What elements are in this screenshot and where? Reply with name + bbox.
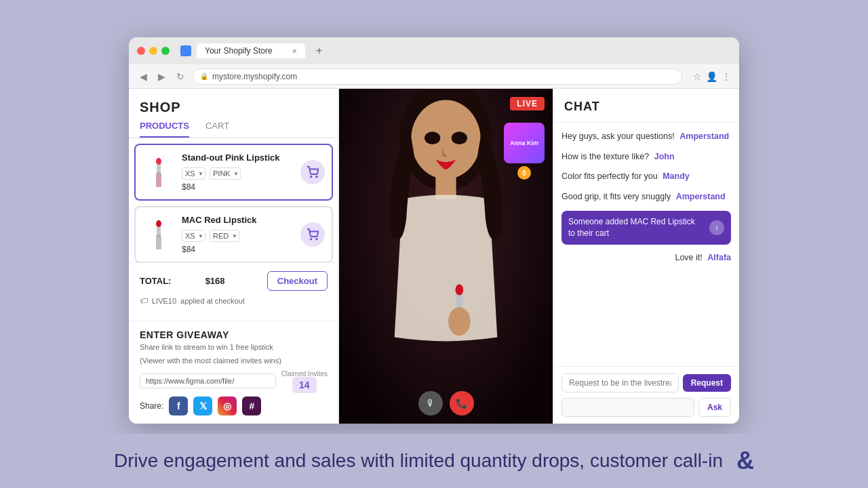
request-input[interactable] xyxy=(561,373,679,392)
host-badge: 0 xyxy=(517,166,531,180)
love-text: Love it! xyxy=(675,253,702,262)
ask-row: Ask xyxy=(561,398,731,417)
shop-tabs: PRODUCTS CART xyxy=(129,115,338,138)
chat-message-2: How is the texture like? John xyxy=(561,151,731,163)
video-panel: LIVE Anna Kim 0 🎙 📞 xyxy=(339,89,553,424)
page-content: SHOP PRODUCTS CART xyxy=(129,89,739,424)
reload-button[interactable]: ↻ xyxy=(174,70,187,83)
chat-title: CHAT xyxy=(553,89,739,123)
svg-point-2 xyxy=(156,158,161,165)
request-row: Request xyxy=(561,373,731,392)
chat-msg-text-3: Color fits perfectly for you xyxy=(561,171,658,181)
bottom-bar: Drive engagement and sales with limited … xyxy=(0,434,868,488)
browser-tab[interactable]: Your Shopify Store ✕ xyxy=(197,43,305,58)
discount-icon: 🏷 xyxy=(140,296,148,306)
url-bar[interactable]: 🔒 mystore.myshopify.com xyxy=(193,68,682,85)
svg-point-8 xyxy=(156,220,161,227)
end-call-button[interactable]: 📞 xyxy=(450,391,474,415)
product-name-2: MAC Red Lipstick xyxy=(182,215,294,225)
chat-messages: Hey guys, ask your questions! Amperstand… xyxy=(553,123,739,366)
lock-icon: 🔒 xyxy=(200,73,208,80)
color-select-1[interactable]: PINK xyxy=(210,167,241,180)
tab-close-icon[interactable]: ✕ xyxy=(292,47,297,55)
total-label: TOTAL: xyxy=(140,276,171,286)
slack-icon[interactable]: # xyxy=(242,396,261,415)
ask-input[interactable] xyxy=(561,398,694,417)
minimize-button[interactable] xyxy=(149,47,157,55)
tab-products[interactable]: PRODUCTS xyxy=(140,121,189,138)
share-label: Share: xyxy=(140,401,163,411)
product-options-2: XS ▼ RED ▼ xyxy=(182,229,294,242)
mute-button[interactable]: 🎙 xyxy=(418,391,443,415)
color-option-wrapper-2: RED ▼ xyxy=(210,229,239,242)
new-tab-button[interactable]: + xyxy=(311,45,328,57)
close-button[interactable] xyxy=(137,47,145,55)
checkout-button[interactable]: Checkout xyxy=(267,271,328,291)
svg-point-11 xyxy=(316,239,317,240)
ampersand-logo: & xyxy=(736,447,754,475)
favicon-icon xyxy=(180,45,191,56)
product-name-1: Stand-out Pink Lipstick xyxy=(182,152,294,163)
product-price-1: $84 xyxy=(182,182,294,192)
size-option-wrapper-2: XS ▼ xyxy=(182,229,205,242)
giveaway-description: Share link to stream to win 1 free lipst… xyxy=(140,343,328,351)
bookmark-icon[interactable]: ☆ xyxy=(693,71,702,82)
giveaway-title: ENTER GIVEAWAY xyxy=(140,329,328,340)
color-option-wrapper-1: PINK ▼ xyxy=(210,167,241,180)
svg-point-19 xyxy=(456,284,464,295)
chat-message-1: Hey guys, ask your questions! Amperstand xyxy=(561,131,731,143)
cart-notification: Someone added MAC Red Lipstick to their … xyxy=(561,211,731,245)
chat-message-4: Good grip, it fits very snuggly Ampersta… xyxy=(561,191,731,203)
total-amount: $168 xyxy=(205,276,225,286)
tab-cart[interactable]: CART xyxy=(205,121,229,138)
forward-button[interactable]: ▶ xyxy=(155,70,168,83)
chat-msg-user-1: Amperstand xyxy=(679,131,729,141)
product-image-1 xyxy=(142,152,175,192)
svg-rect-9 xyxy=(157,235,161,237)
size-option-wrapper-1: XS ▼ xyxy=(182,167,205,180)
shop-panel: SHOP PRODUCTS CART xyxy=(129,89,339,424)
browser-toolbar: ◀ ▶ ↻ 🔒 mystore.myshopify.com ☆ 👤 ⋮ xyxy=(129,64,739,89)
browser-titlebar: Your Shopify Store ✕ + xyxy=(129,37,739,64)
request-button[interactable]: Request xyxy=(683,374,731,392)
chat-msg-user-3: Mandy xyxy=(663,171,690,181)
instagram-icon[interactable]: ◎ xyxy=(218,396,237,415)
svg-rect-3 xyxy=(157,172,161,175)
svg-point-5 xyxy=(316,176,317,178)
toolbar-actions: ☆ 👤 ⋮ xyxy=(693,71,731,82)
giveaway-link-row: Claimed Invites 14 xyxy=(140,370,328,391)
chat-panel: CHAT Hey guys, ask your questions! Amper… xyxy=(553,89,739,424)
product-price-2: $84 xyxy=(182,245,294,254)
add-to-cart-btn-1[interactable] xyxy=(300,160,325,184)
giveaway-section: ENTER GIVEAWAY Share link to stream to w… xyxy=(129,321,338,424)
browser-window: Your Shopify Store ✕ + ◀ ▶ ↻ 🔒 mystore.m… xyxy=(129,37,739,424)
product-info-2: MAC Red Lipstick XS ▼ RED xyxy=(182,215,294,254)
twitter-icon[interactable]: 𝕏 xyxy=(193,396,212,415)
menu-icon[interactable]: ⋮ xyxy=(722,71,731,82)
discount-row: 🏷 LIVE10 applied at checkout xyxy=(140,296,328,306)
product-image-2 xyxy=(142,214,175,255)
add-to-cart-btn-2[interactable] xyxy=(300,222,325,247)
giveaway-link-input[interactable] xyxy=(140,373,276,388)
shop-title: SHOP xyxy=(129,89,338,115)
product-card-1: Stand-out Pink Lipstick XS ▼ PINK xyxy=(134,144,333,201)
invites-count: 14 xyxy=(292,377,317,393)
profile-icon[interactable]: 👤 xyxy=(706,71,717,82)
color-select-2[interactable]: RED xyxy=(210,230,239,242)
size-select-2[interactable]: XS xyxy=(182,230,205,242)
url-text: mystore.myshopify.com xyxy=(212,72,297,81)
giveaway-sub-description: (Viewer with the most claimed invites wi… xyxy=(140,357,328,365)
svg-point-20 xyxy=(448,307,471,336)
chat-msg-text-4: Good grip, it fits very snuggly xyxy=(561,192,671,201)
love-user: Alfafa xyxy=(707,253,731,262)
tab-title: Your Shopify Store xyxy=(205,46,273,56)
maximize-button[interactable] xyxy=(161,47,170,55)
cart-notif-text: Someone added MAC Red Lipstick to their … xyxy=(568,216,704,239)
invites-box: Claimed Invites 14 xyxy=(281,370,328,391)
host-name: Anna Kim xyxy=(507,137,541,150)
ask-button[interactable]: Ask xyxy=(698,398,731,417)
back-button[interactable]: ◀ xyxy=(137,70,150,83)
facebook-icon[interactable]: f xyxy=(169,396,188,415)
size-select-1[interactable]: XS xyxy=(182,167,205,180)
cart-notif-arrow-icon[interactable]: › xyxy=(709,220,724,235)
